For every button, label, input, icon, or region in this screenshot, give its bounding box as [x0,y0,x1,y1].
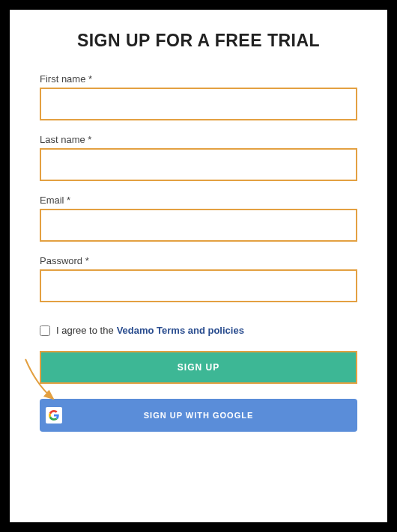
password-group: Password * [40,255,357,302]
agree-checkbox[interactable] [40,325,50,336]
email-input[interactable] [40,209,357,242]
agree-row: I agree to the Vedamo Terms and policies [40,325,357,336]
first-name-group: First name * [40,73,357,120]
password-label: Password * [40,255,357,266]
google-icon [46,407,62,424]
agree-text: I agree to the [56,325,114,336]
signup-button[interactable]: SIGN UP [40,351,357,384]
google-button-label: SIGN UP WITH GOOGLE [144,411,254,420]
email-label: Email * [40,195,357,206]
email-group: Email * [40,195,357,242]
last-name-group: Last name * [40,134,357,181]
last-name-input[interactable] [40,148,357,181]
signup-form-container: SIGN UP FOR A FREE TRIAL First name * La… [0,0,397,532]
page-title: SIGN UP FOR A FREE TRIAL [40,31,357,51]
signup-google-button[interactable]: SIGN UP WITH GOOGLE [40,399,357,432]
password-input[interactable] [40,269,357,302]
last-name-label: Last name * [40,134,357,145]
first-name-input[interactable] [40,88,357,120]
terms-link[interactable]: Vedamo Terms and policies [117,325,244,336]
first-name-label: First name * [40,73,357,85]
